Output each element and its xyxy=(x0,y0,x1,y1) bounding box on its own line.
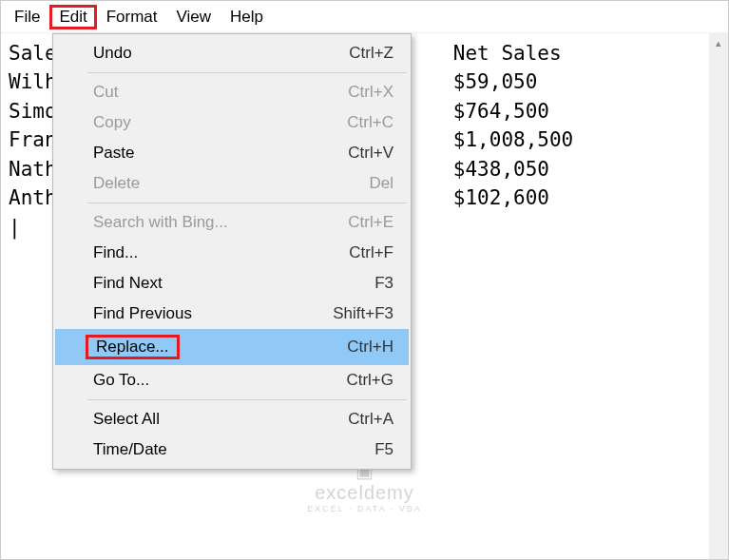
menu-item-delete: Delete Del xyxy=(55,168,409,199)
menu-item-goto[interactable]: Go To... Ctrl+G xyxy=(55,365,409,396)
menu-item-find[interactable]: Find... Ctrl+F xyxy=(55,238,409,268)
menu-item-label: Find Previous xyxy=(93,304,192,322)
menu-edit[interactable]: Edit xyxy=(49,5,96,29)
menu-item-paste[interactable]: Paste Ctrl+V xyxy=(55,138,409,168)
menu-item-label: Cut xyxy=(93,83,118,101)
menu-item-undo[interactable]: Undo Ctrl+Z xyxy=(55,38,409,68)
text-line: 59,050 xyxy=(465,70,537,93)
menu-item-replace[interactable]: Replace... Ctrl+H xyxy=(55,329,409,365)
menu-item-label: Find... xyxy=(93,243,138,261)
menu-item-time-date[interactable]: Time/Date F5 xyxy=(55,434,409,465)
menu-item-label: Time/Date xyxy=(93,440,167,458)
menu-item-cut: Cut Ctrl+X xyxy=(55,77,409,107)
text-line: 764,500 xyxy=(465,100,549,123)
text-line: Fran xyxy=(9,128,57,151)
menu-item-shortcut: F3 xyxy=(317,274,393,293)
text-line: Sale xyxy=(9,42,57,65)
menu-item-shortcut: Ctrl+F xyxy=(317,243,393,262)
menu-item-label: Replace... xyxy=(96,338,169,356)
menu-item-shortcut: Ctrl+X xyxy=(317,83,393,102)
menu-item-label: Paste xyxy=(93,144,134,162)
menu-item-shortcut: Shift+F3 xyxy=(317,304,393,323)
menu-help[interactable]: Help xyxy=(221,5,273,29)
text-line: Wilh xyxy=(9,70,57,93)
menu-item-shortcut: Ctrl+A xyxy=(317,410,393,429)
menu-item-label: Find Next xyxy=(93,274,163,292)
text-line: Nath xyxy=(9,158,57,181)
text-line: Simo xyxy=(9,100,57,123)
menu-file[interactable]: File xyxy=(5,5,49,29)
menu-item-label: Select All xyxy=(93,410,160,428)
scroll-up-arrow-icon[interactable]: ▴ xyxy=(709,33,728,52)
menu-separator xyxy=(87,203,407,203)
menu-separator xyxy=(87,399,407,400)
vertical-scrollbar[interactable]: ▴ xyxy=(709,33,728,559)
menu-item-shortcut: Ctrl+C xyxy=(317,113,393,132)
edit-dropdown-menu: Undo Ctrl+Z Cut Ctrl+X Copy Ctrl+C Paste… xyxy=(52,33,412,470)
menu-item-search-bing: Search with Bing... Ctrl+E xyxy=(55,207,409,238)
menu-item-shortcut: Ctrl+V xyxy=(317,144,393,163)
menu-view[interactable]: View xyxy=(167,5,221,29)
menu-separator xyxy=(87,72,407,73)
menu-item-shortcut: Ctrl+G xyxy=(317,371,393,390)
menu-item-shortcut: Ctrl+H xyxy=(317,338,393,357)
text-line: Net Sales xyxy=(453,42,562,65)
menu-item-shortcut: Del xyxy=(317,174,393,193)
menu-item-label: Copy xyxy=(93,113,131,131)
menu-format[interactable]: Format xyxy=(97,5,167,29)
menu-item-label: Delete xyxy=(93,174,140,192)
menu-item-find-previous[interactable]: Find Previous Shift+F3 xyxy=(55,299,409,329)
text-line: 438,050 xyxy=(465,158,549,181)
text-line: 102,600 xyxy=(465,186,549,209)
menu-item-shortcut: F5 xyxy=(317,440,393,459)
menu-item-shortcut: Ctrl+Z xyxy=(317,44,393,63)
menu-item-label: Undo xyxy=(93,44,132,62)
menu-item-copy: Copy Ctrl+C xyxy=(55,107,409,138)
menu-item-label: Search with Bing... xyxy=(93,213,228,231)
menu-item-shortcut: Ctrl+E xyxy=(317,213,393,232)
menu-item-find-next[interactable]: Find Next F3 xyxy=(55,268,409,299)
text-line: Anth xyxy=(9,186,57,209)
menu-item-label: Go To... xyxy=(93,371,149,389)
text-line: 1,008,500 xyxy=(465,128,573,151)
text-cursor xyxy=(9,216,21,239)
menubar: File Edit Format View Help xyxy=(1,1,728,33)
menu-item-select-all[interactable]: Select All Ctrl+A xyxy=(55,404,409,434)
